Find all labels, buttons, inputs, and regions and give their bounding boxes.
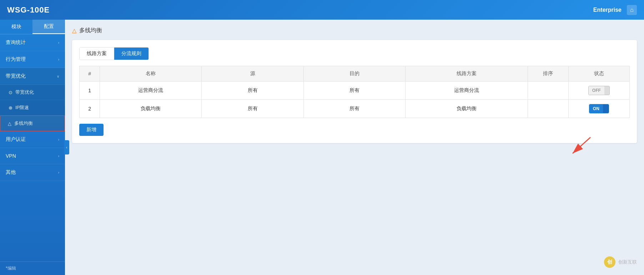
cell-order: [528, 100, 568, 118]
chevron-right-icon: ›: [58, 41, 59, 45]
sidebar-item-auth[interactable]: 用户认证 ›: [0, 131, 65, 148]
sidebar-submenu-bandwidth: ⊙ 带宽优化 ⊗ IP限速 △ 多线均衡: [0, 85, 65, 131]
cell-plan: 运营商分流: [406, 82, 528, 100]
table-row: 1 运营商分流 所有 所有 运营商分流 OFF: [80, 82, 630, 100]
sidebar-item-label: 其他: [6, 169, 16, 176]
toggle-off-label: OFF: [589, 86, 604, 95]
annotation-arrow: [562, 134, 605, 162]
header-right: Enterprise ⌂: [593, 5, 637, 15]
add-button[interactable]: 新增: [79, 124, 104, 136]
wifi-icon: ⊙: [9, 90, 12, 95]
home-icon[interactable]: ⌂: [627, 5, 637, 15]
col-header-src: 源: [202, 66, 303, 82]
table-container: # 名称 源 目的 线路方案 排序 状态 1 运营商分: [79, 66, 630, 118]
sidebar-item-other[interactable]: 其他 ›: [0, 164, 65, 181]
sidebar-subitem-label: IP限速: [15, 104, 29, 111]
sidebar-subitem-label: 多线均衡: [14, 120, 33, 127]
col-header-num: #: [80, 66, 100, 82]
tab-line-plan[interactable]: 线路方案: [80, 48, 114, 60]
table-row: 2 负载均衡 所有 所有 负载均衡 ON: [80, 100, 630, 118]
sidebar-item-bandwidth[interactable]: 带宽优化 ∨: [0, 68, 65, 85]
cell-order: [528, 82, 568, 100]
collapse-sidebar-handle[interactable]: ‹: [64, 140, 69, 154]
cell-num: 1: [80, 82, 100, 100]
header: WSG-100E Enterprise ⌂: [0, 0, 644, 20]
col-header-dst: 目的: [303, 66, 405, 82]
speed-icon: ⊗: [9, 105, 12, 111]
balance-icon: △: [8, 121, 11, 126]
sidebar-item-vpn[interactable]: VPN ›: [0, 148, 65, 164]
main-content: △ 多线均衡 线路方案 分流规则 # 名称 源 目的: [65, 20, 644, 275]
cell-name: 运营商分流: [100, 82, 202, 100]
cell-plan: 负载均衡: [406, 100, 528, 118]
watermark-text: 创新互联: [618, 259, 637, 265]
tab-group: 线路方案 分流规则: [79, 47, 149, 60]
watermark-icon: 创: [604, 256, 615, 268]
sidebar-subitem-multiline[interactable]: △ 多线均衡: [0, 116, 65, 131]
logo: WSG-100E: [7, 5, 50, 15]
tab-config[interactable]: 配置: [32, 20, 65, 34]
sidebar-item-behavior[interactable]: 行为管理 ›: [0, 51, 65, 68]
col-header-name: 名称: [100, 66, 202, 82]
sidebar-item-label: 行为管理: [6, 56, 26, 63]
cell-dst: 所有: [303, 100, 405, 118]
enterprise-label: Enterprise: [593, 7, 622, 13]
cell-status: ON: [568, 100, 629, 118]
sidebar-subitem-bandwidth-opt[interactable]: ⊙ 带宽优化: [0, 85, 65, 100]
tab-flow-rule[interactable]: 分流规则: [114, 48, 149, 60]
sidebar-subitem-label: 带宽优化: [15, 89, 34, 95]
chevron-right-icon: ›: [58, 154, 59, 158]
cell-name: 负载均衡: [100, 100, 202, 118]
chevron-down-icon: ∨: [57, 74, 59, 78]
sidebar-item-query[interactable]: 查询统计 ›: [0, 34, 65, 51]
layout: 模块 配置 查询统计 › 行为管理 › 带宽优化 ∨ ⊙ 带宽优化: [0, 20, 644, 275]
chevron-right-icon: ›: [58, 58, 59, 62]
toggle-on-label: ON: [589, 104, 603, 113]
cell-src: 所有: [202, 82, 303, 100]
content-card: 线路方案 分流规则 # 名称 源 目的 线路方案 排序 状态: [72, 40, 637, 143]
watermark: 创 创新互联: [604, 256, 637, 268]
chevron-right-icon: ›: [58, 138, 59, 142]
chevron-right-icon: ›: [58, 171, 59, 175]
toggle-handle: [603, 104, 609, 113]
sidebar-subitem-ip-limit[interactable]: ⊗ IP限速: [0, 100, 65, 116]
page-header: △ 多线均衡: [72, 27, 637, 34]
sidebar-item-label: VPN: [6, 153, 16, 159]
sidebar-item-label: 带宽优化: [6, 73, 26, 79]
cell-src: 所有: [202, 100, 303, 118]
sidebar-footer[interactable]: *编辑: [0, 261, 65, 275]
toggle-handle: [604, 86, 609, 95]
col-header-order: 排序: [528, 66, 568, 82]
col-header-status: 状态: [568, 66, 629, 82]
cell-num: 2: [80, 100, 100, 118]
status-toggle-off[interactable]: OFF: [588, 86, 610, 95]
sidebar: 模块 配置 查询统计 › 行为管理 › 带宽优化 ∨ ⊙ 带宽优化: [0, 20, 65, 275]
cell-status: OFF: [568, 82, 629, 100]
col-header-plan: 线路方案: [406, 66, 528, 82]
multiline-page-icon: △: [72, 27, 76, 34]
sidebar-menu: 查询统计 › 行为管理 › 带宽优化 ∨ ⊙ 带宽优化 ⊗ IP限速: [0, 34, 65, 261]
page-title: 多线均衡: [79, 27, 102, 34]
sidebar-item-label: 查询统计: [6, 39, 26, 46]
cell-dst: 所有: [303, 82, 405, 100]
sidebar-item-label: 用户认证: [6, 136, 26, 143]
sidebar-tabs: 模块 配置: [0, 20, 65, 34]
svg-line-1: [573, 137, 590, 153]
flow-rules-table: # 名称 源 目的 线路方案 排序 状态 1 运营商分: [79, 66, 630, 118]
tab-module[interactable]: 模块: [0, 20, 32, 34]
status-toggle-on[interactable]: ON: [589, 104, 609, 113]
